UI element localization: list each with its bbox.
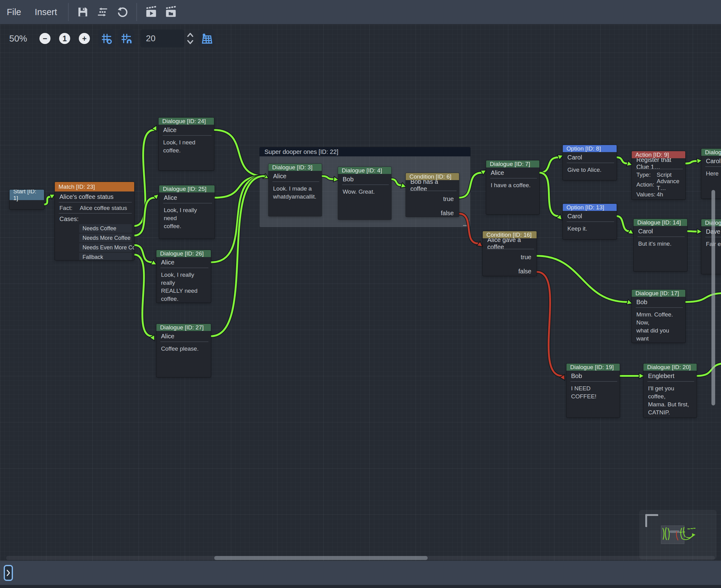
menu-file[interactable]: File xyxy=(0,0,28,24)
undo-icon[interactable] xyxy=(113,3,131,21)
menu-insert[interactable]: Insert xyxy=(28,0,64,24)
vertical-scrollbar-thumb[interactable] xyxy=(712,190,715,405)
snap-grid-toggle[interactable] xyxy=(99,29,114,47)
node-header-condition-16[interactable]: Condition [ID: 16] xyxy=(483,231,536,238)
node-header-dialogue-7[interactable]: Dialogue [ID: 7] xyxy=(486,161,539,167)
node-header-dialogue-20[interactable]: Dialogue [ID: 20] xyxy=(643,363,697,371)
group-resize-handle[interactable] xyxy=(463,220,469,226)
dialogue-folder-icon[interactable] xyxy=(162,3,179,21)
graph-node-dialogue-right-a[interactable]: DialogCarolHere xyxy=(701,149,721,198)
wire-dialogue-7-to-option-8[interactable] xyxy=(539,157,558,173)
zoom-out-button[interactable]: − xyxy=(39,33,50,44)
wire-match-23/fallback-to-dialogue-27[interactable] xyxy=(134,255,152,336)
node-row-out-true[interactable]: true xyxy=(483,252,536,262)
node-header-dialogue-14[interactable]: Dialogue [ID: 14] xyxy=(634,219,687,226)
wire-dialogue-24-to-dialogue-3[interactable] xyxy=(214,130,264,176)
graph-node-dialogue-26[interactable]: Dialogue [ID: 26]AliceLook, I really rea… xyxy=(156,250,211,302)
graph-node-dialogue-14[interactable]: Dialogue [ID: 14]CarolBut it's mine. xyxy=(634,219,687,271)
wire-dialogue-26-to-dialogue-3[interactable] xyxy=(211,176,264,262)
match-case-needs-more-coffee[interactable]: Needs More Coffee xyxy=(79,234,132,242)
wire-condition-16/false-to-dialogue-19[interactable] xyxy=(536,272,562,376)
snap-spinner[interactable] xyxy=(186,32,194,45)
graph-node-dialogue-27[interactable]: Dialogue [ID: 27]AliceCoffee please. xyxy=(156,324,211,377)
graph-node-option-13[interactable]: Option [ID: 13]CarolKeep it. xyxy=(563,204,617,239)
save-icon[interactable] xyxy=(74,3,91,21)
graph-node-action-9[interactable]: Action [ID: 9]Register that Clue 1…Type:… xyxy=(632,151,685,200)
match-case-needs-coffee[interactable]: Needs Coffee xyxy=(79,224,132,233)
node-header-dialogue-25[interactable]: Dialogue [ID: 25] xyxy=(159,185,215,192)
node-header-dialogue-right-a[interactable]: Dialog xyxy=(701,149,721,156)
side-panel-toggle-button[interactable] xyxy=(4,565,13,581)
wire-match-23/fallback-to-dialogue-27[interactable] xyxy=(134,255,152,336)
wire-dialogue-17-to-offscreen-right[interactable] xyxy=(685,293,721,302)
wire-option-13-to-dialogue-14[interactable] xyxy=(617,216,629,231)
graph-node-condition-6[interactable]: Condition [ID: 6]Bob has a coffeetruefal… xyxy=(406,173,459,217)
graph-node-dialogue-20[interactable]: Dialogue [ID: 20]EnglebertI'll get you c… xyxy=(643,363,697,417)
wire-dialogue-20-to-offscreen-right[interactable] xyxy=(697,363,721,376)
wire-start-1-to-match-23[interactable] xyxy=(44,197,50,205)
node-row-out-false[interactable]: false xyxy=(406,208,459,217)
wire-option-8-to-action-9[interactable] xyxy=(617,157,628,164)
graph-node-dialogue-17[interactable]: Dialogue [ID: 17]BobMmm. Coffee. Now, wh… xyxy=(632,290,685,343)
wire-match-23/needs-coffee-to-dialogue-24[interactable] xyxy=(134,130,154,226)
wire-action-9-to-dialogue-right-a[interactable] xyxy=(685,161,697,164)
graph-node-dialogue-3[interactable]: Dialogue [ID: 3]AliceLook. I made a what… xyxy=(269,164,322,216)
node-header-option-8[interactable]: Option [ID: 8] xyxy=(563,145,617,152)
wire-match-23/needs-even-more-coffee-to-dialogue-26[interactable] xyxy=(134,245,152,262)
test-dialogue-icon[interactable] xyxy=(143,3,160,21)
graph-node-dialogue-4[interactable]: Dialogue [ID: 4]BobWow. Great. xyxy=(338,167,391,219)
node-header-dialogue-19[interactable]: Dialogue [ID: 19] xyxy=(567,363,620,371)
node-header-dialogue-26[interactable]: Dialogue [ID: 26] xyxy=(156,250,211,257)
wire-dialogue-7-to-option-13[interactable] xyxy=(539,173,558,216)
match-case-needs-even-more-coffee[interactable]: Needs Even More Coffee xyxy=(79,243,132,252)
graph-node-dialogue-7[interactable]: Dialogue [ID: 7]AliceI have a coffee. xyxy=(486,161,539,214)
snap-distance-input[interactable] xyxy=(141,29,185,47)
zoom-reset-button[interactable]: 1 xyxy=(59,33,70,44)
node-row-out-true[interactable]: true xyxy=(406,194,459,204)
wire-dialogue-7-to-option-13[interactable] xyxy=(539,173,558,216)
node-header-condition-6[interactable]: Condition [ID: 6] xyxy=(406,173,459,180)
wire-dialogue-20-to-offscreen-right[interactable] xyxy=(697,363,721,376)
minimap-viewport[interactable] xyxy=(661,526,684,544)
wire-action-9-to-dialogue-right-a[interactable] xyxy=(685,161,697,164)
node-header-dialogue-4[interactable]: Dialogue [ID: 4] xyxy=(338,167,391,174)
graph-node-condition-16[interactable]: Condition [ID: 16]Alice gave a coffeetru… xyxy=(483,231,536,276)
wire-condition-16/true-to-dialogue-17[interactable] xyxy=(536,256,628,302)
wire-dialogue-27-to-dialogue-3[interactable] xyxy=(211,176,264,336)
graph-node-dialogue-right-b[interactable]: DialogDaveFair e xyxy=(701,219,721,274)
wire-option-8-to-action-9[interactable] xyxy=(617,157,628,164)
wire-dialogue-27-to-dialogue-3[interactable] xyxy=(211,176,264,336)
minimap-panel[interactable] xyxy=(640,510,716,559)
graph-canvas[interactable]: 50% − 1 + xyxy=(0,24,721,561)
wire-option-13-to-dialogue-14[interactable] xyxy=(617,216,629,231)
node-header-dialogue-17[interactable]: Dialogue [ID: 17] xyxy=(632,290,685,297)
translations-icon[interactable] xyxy=(94,3,111,21)
wire-match-23/needs-more-coffee-to-dialogue-25[interactable] xyxy=(134,198,155,235)
node-header-dialogue-3[interactable]: Dialogue [ID: 3] xyxy=(269,164,322,171)
graph-node-dialogue-24[interactable]: Dialogue [ID: 24]AliceLook, I need coffe… xyxy=(158,118,214,170)
wire-match-23/needs-coffee-to-dialogue-24[interactable] xyxy=(134,130,154,226)
node-header-dialogue-24[interactable]: Dialogue [ID: 24] xyxy=(158,118,214,125)
graph-node-dialogue-19[interactable]: Dialogue [ID: 19]BobI NEED COFFEE! xyxy=(567,363,620,417)
snap-guides-toggle[interactable] xyxy=(118,29,134,47)
node-header-dialogue-right-b[interactable]: Dialog xyxy=(701,219,721,226)
wire-match-23/needs-more-coffee-to-dialogue-25[interactable] xyxy=(134,198,155,235)
wire-dialogue-24-to-dialogue-3[interactable] xyxy=(214,130,264,176)
node-header-start-1[interactable]: Start [ID: 1] xyxy=(9,190,44,200)
node-header-action-9[interactable]: Action [ID: 9] xyxy=(632,151,685,158)
node-header-option-13[interactable]: Option [ID: 13] xyxy=(563,204,617,211)
wire-match-23/needs-even-more-coffee-to-dialogue-26[interactable] xyxy=(134,245,152,262)
wire-condition-16/true-to-dialogue-17[interactable] xyxy=(536,256,628,302)
wire-condition-16/false-to-dialogue-19[interactable] xyxy=(536,272,562,376)
wire-dialogue-7-to-option-8[interactable] xyxy=(539,157,558,173)
node-header-match-23[interactable]: Match [ID: 23] xyxy=(55,182,134,191)
wire-dialogue-25-to-dialogue-3[interactable] xyxy=(215,176,264,198)
horizontal-scrollbar-thumb[interactable] xyxy=(214,556,428,560)
graph-node-match-23[interactable]: Match [ID: 23]Alice's coffee statusFact:… xyxy=(55,182,134,260)
graph-node-dialogue-25[interactable]: Dialogue [ID: 25]AliceLook, I really nee… xyxy=(159,185,215,238)
wire-dialogue-25-to-dialogue-3[interactable] xyxy=(215,176,264,198)
graph-node-option-8[interactable]: Option [ID: 8]CarolGive to Alice. xyxy=(563,145,617,180)
wire-dialogue-26-to-dialogue-3[interactable] xyxy=(211,176,264,262)
wire-start-1-to-match-23[interactable] xyxy=(44,197,50,205)
wire-dialogue-17-to-offscreen-right[interactable] xyxy=(685,293,721,302)
